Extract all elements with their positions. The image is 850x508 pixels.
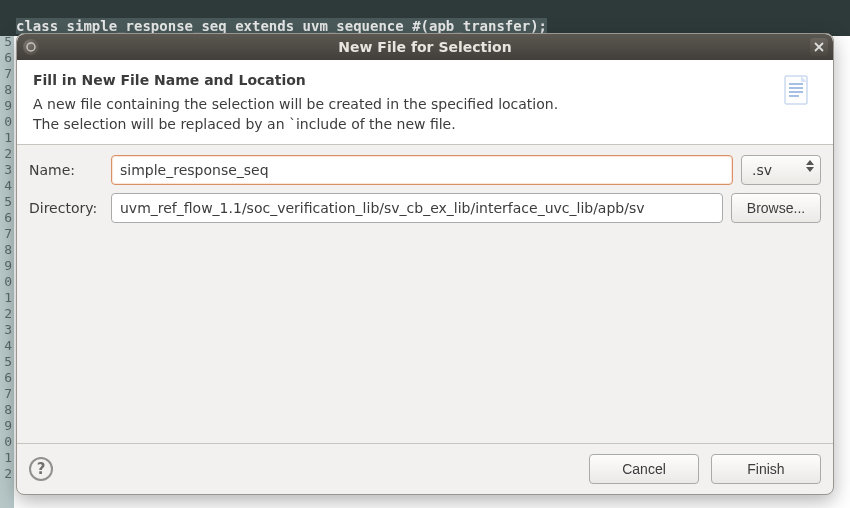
extension-spinner[interactable]: .sv: [741, 155, 821, 185]
close-button[interactable]: [810, 38, 828, 56]
form-area: Name: .sv Directory: Browse...: [17, 145, 833, 241]
code-line: class simple_response_seq extends uvm_se…: [14, 0, 850, 36]
new-file-icon: [777, 72, 817, 112]
name-label: Name:: [29, 162, 103, 178]
header-description: A new file containing the selection will…: [33, 94, 769, 134]
new-file-dialog: New File for Selection Fill in New File …: [16, 33, 834, 495]
help-button[interactable]: ?: [29, 457, 53, 481]
directory-input[interactable]: [111, 193, 723, 223]
name-input[interactable]: [111, 155, 733, 185]
finish-button[interactable]: Finish: [711, 454, 821, 484]
dialog-header: Fill in New File Name and Location A new…: [17, 60, 833, 145]
svg-point-0: [27, 43, 35, 51]
spinner-arrows-icon: [806, 160, 814, 172]
directory-label: Directory:: [29, 200, 103, 216]
editor-gutter: 3456789 0123456 7890123 4567890 12: [0, 0, 14, 508]
cancel-button[interactable]: Cancel: [589, 454, 699, 484]
extension-value: .sv: [752, 162, 772, 178]
browse-button[interactable]: Browse...: [731, 193, 821, 223]
dialog-spacer: [17, 241, 833, 443]
close-icon: [814, 42, 824, 52]
button-bar: ? Cancel Finish: [17, 443, 833, 494]
dialog-title: New File for Selection: [338, 39, 511, 55]
header-title: Fill in New File Name and Location: [33, 72, 769, 88]
dialog-titlebar[interactable]: New File for Selection: [17, 34, 833, 60]
eclipse-icon: [23, 39, 39, 55]
editor-background: class simple_response_seq extends uvm_se…: [0, 0, 850, 36]
